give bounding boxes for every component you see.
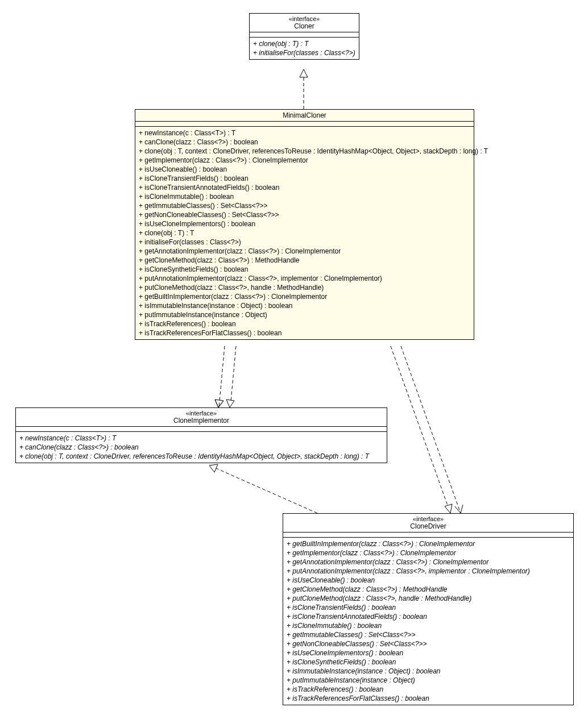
uml-method: + isCloneTransientFields() : boolean [287,603,570,612]
uml-method: + clone(obj : T, context : CloneDriver, … [19,452,383,461]
svg-line-6 [215,400,218,407]
uml-method: + isCloneImmutable() : boolean [287,621,570,630]
uml-header: MinimalCloner [135,110,474,122]
svg-line-2 [230,346,236,407]
uml-method: + isCloneTransientFields() : boolean [139,174,470,183]
uml-method: + putAnnotationImplementor(clazz : Class… [287,567,570,576]
uml-method: + getAnnotationImplementor(clazz : Class… [287,558,570,567]
uml-method: + isTrackReferencesForFlatClasses() : bo… [139,328,470,338]
stereotype-label: «interface» [253,15,355,22]
uml-method: + isCloneTransientAnnotatedFields() : bo… [287,612,570,621]
uml-header: «interface» CloneDriver [283,514,573,533]
uml-method: + isTrackReferences() : boolean [287,685,570,694]
uml-method: + newInstance(c : Class<T>) : T [139,128,470,138]
connector-minimalcloner-cloner [300,69,308,109]
uml-method: + getNonCloneableClasses() : Set<Class<?… [139,210,470,219]
uml-class-clone-driver: «interface» CloneDriver + getBuiltInImpl… [283,513,574,705]
uml-method: + putAnnotationImplementor(clazz : Class… [139,274,470,283]
svg-marker-1 [300,69,308,77]
uml-method: + newInstance(c : Class<T>) : T [19,434,383,443]
uml-method: + getCloneMethod(clazz : Class<?>) : Met… [287,585,570,594]
uml-method: + clone(obj : T) : T [253,39,355,48]
uml-method: + getBuiltInImplementor(clazz : Class<?>… [287,539,570,548]
uml-method: + canClone(clazz : Class<?>) : boolean [139,138,470,147]
svg-marker-5 [215,400,223,407]
uml-methods: + clone(obj : T) : T+ initialiseFor(clas… [250,38,359,59]
uml-attributes-empty [250,32,359,38]
svg-line-11 [455,506,461,513]
svg-marker-10 [445,504,452,513]
uml-method: + isCloneImmutable() : boolean [139,192,470,201]
uml-methods: + newInstance(c : Class<T>) : T+ canClon… [16,432,387,463]
uml-class-clone-implementor: «interface» CloneImplementor + newInstan… [15,407,387,463]
uml-header: «interface» CloneImplementor [16,408,387,427]
uml-attributes-empty [283,533,573,538]
uml-method: + getImmutableClasses() : Set<Class<?>> [139,201,470,210]
uml-method: + getImplementor(clazz : Class<?>) : Clo… [287,548,570,558]
uml-method: + isUseCloneImplementors() : boolean [287,648,570,658]
class-name: CloneImplementor [19,417,383,425]
uml-class-cloner: «interface» Cloner + clone(obj : T) : T+… [249,13,359,60]
svg-marker-4 [226,400,234,407]
uml-method: + isTrackReferences() : boolean [139,319,470,328]
svg-line-13 [216,468,317,513]
uml-method: + getImmutableClasses() : Set<Class<?>> [287,630,570,639]
connector-minimalcloner-clonedriver [391,346,463,513]
svg-line-3 [219,346,225,407]
uml-method: + canClone(clazz : Class<?>) : boolean [19,443,383,452]
uml-method: + getAnnotationImplementor(clazz : Class… [139,247,470,256]
uml-method: + isCloneSyntheticFields() : boolean [287,658,570,667]
uml-method: + initialiseFor(classes : Class<?>) [253,48,355,57]
stereotype-label: «interface» [287,515,570,522]
stereotype-label: «interface» [19,410,383,417]
class-name: Cloner [253,22,355,30]
uml-method: + isCloneSyntheticFields() : boolean [139,265,470,274]
uml-method: + isTrackReferencesForFlatClasses() : bo… [287,694,570,703]
uml-method: + clone(obj : T, context : CloneDriver, … [139,147,470,156]
uml-header: «interface» Cloner [250,14,359,32]
uml-method: + isUseCloneable() : boolean [139,165,470,174]
uml-method: + isImmutableInstance(instance : Object)… [139,301,470,310]
svg-line-12 [461,505,463,513]
uml-method: + isCloneTransientAnnotatedFields() : bo… [139,183,470,192]
connector-minimalcloner-cloneimplementor [215,346,236,407]
uml-method: + putImmutableInstance(instance : Object… [139,310,470,319]
uml-method: + isUseCloneable() : boolean [287,576,570,585]
uml-method: + getBuiltInImplementor(clazz : Class<?>… [139,292,470,301]
svg-line-8 [391,346,450,513]
uml-method: + isImmutableInstance(instance : Object)… [287,667,570,676]
uml-methods: + getBuiltInImplementor(clazz : Class<?>… [283,538,573,705]
uml-method: + getCloneMethod(clazz : Class<?>) : Met… [139,256,470,265]
uml-attributes-empty [16,427,387,432]
svg-line-9 [401,346,461,513]
uml-methods: + newInstance(c : Class<T>) : T+ canClon… [135,127,474,339]
class-name: MinimalCloner [139,111,470,119]
uml-method: + putImmutableInstance(instance : Object… [287,676,570,685]
uml-method: + isUseCloneImplementors() : boolean [139,219,470,228]
uml-class-minimal-cloner: MinimalCloner + newInstance(c : Class<T>… [135,109,474,340]
class-name: CloneDriver [287,522,570,530]
uml-method: + clone(obj : T) : T [139,228,470,238]
uml-attributes-empty [135,122,474,127]
uml-method: + initialiseFor(classes : Class<?>) [139,238,470,247]
uml-method: + putCloneMethod(clazz : Class<?>, handl… [287,594,570,603]
uml-method: + getImplementor(clazz : Class<?>) : Clo… [139,156,470,165]
uml-method: + getNonCloneableClasses() : Set<Class<?… [287,639,570,648]
connector-clonedriver-cloneimplementor [209,464,317,513]
svg-marker-14 [209,464,218,472]
svg-line-7 [218,401,223,407]
uml-method: + putCloneMethod(clazz : Class<?>, handl… [139,283,470,292]
